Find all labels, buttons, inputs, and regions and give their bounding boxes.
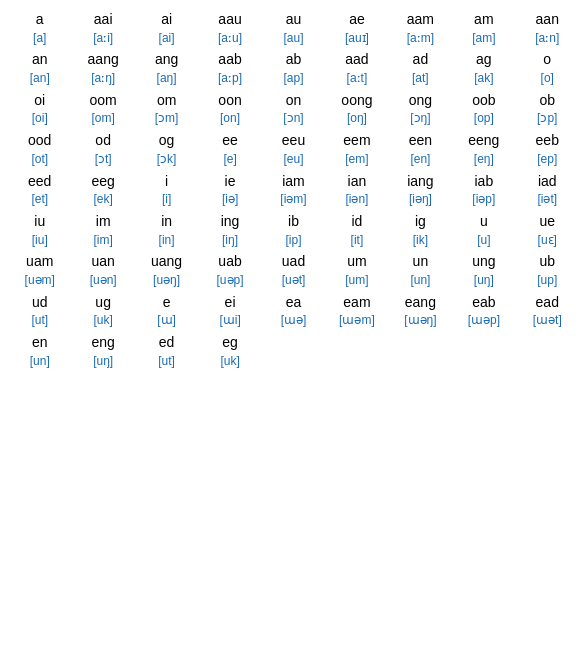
syllable-ipa: [aːm] <box>407 30 434 47</box>
syllable-roman: og <box>159 131 175 151</box>
syllable-roman: im <box>96 212 111 232</box>
syllable-roman: aad <box>345 50 368 70</box>
phonetic-cell: eng[uŋ] <box>71 331 134 371</box>
syllable-ipa: [eu] <box>283 151 303 168</box>
phonetic-cell: ed[ut] <box>135 331 198 371</box>
syllable-roman: ae <box>349 10 365 30</box>
syllable-ipa: [iə] <box>222 191 238 208</box>
syllable-roman: eeu <box>282 131 305 151</box>
phonetic-cell: aam[aːm] <box>389 8 452 48</box>
syllable-roman: ung <box>472 252 495 272</box>
phonetic-cell: uad[uət] <box>262 250 325 290</box>
syllable-ipa: [ɯəp] <box>468 312 500 329</box>
syllable-ipa: [eŋ] <box>474 151 494 168</box>
syllable-roman: ud <box>32 293 48 313</box>
syllable-ipa: [ɯəm] <box>339 312 375 329</box>
syllable-roman: aan <box>536 10 559 30</box>
phonetic-cell: ob[ɔp] <box>516 89 579 129</box>
phonetic-cell: ee[e] <box>198 129 261 169</box>
syllable-ipa: [ɯə] <box>281 312 307 329</box>
syllable-roman: ob <box>539 91 555 111</box>
syllable-ipa: [a] <box>33 30 46 47</box>
phonetic-cell: ung[uŋ] <box>452 250 515 290</box>
phonetic-cell: eang[ɯəŋ] <box>389 291 452 331</box>
syllable-ipa: [uŋ] <box>93 353 113 370</box>
phonetic-cell: od[ɔt] <box>71 129 134 169</box>
syllable-ipa: [i] <box>162 191 171 208</box>
phonetic-cell: uang[uəŋ] <box>135 250 198 290</box>
phonetic-cell: oon[on] <box>198 89 261 129</box>
syllable-ipa: [et] <box>31 191 48 208</box>
phonetic-cell: iu[iu] <box>8 210 71 250</box>
phonetic-cell: ae[auɪ] <box>325 8 388 48</box>
syllable-roman: eem <box>343 131 370 151</box>
syllable-ipa: [au] <box>283 30 303 47</box>
syllable-ipa: [ap] <box>283 70 303 87</box>
syllable-roman: iad <box>538 172 557 192</box>
phonetic-cell <box>262 331 325 371</box>
syllable-roman: eang <box>405 293 436 313</box>
phonetic-cell: ing[iŋ] <box>198 210 261 250</box>
phonetic-cell: um[um] <box>325 250 388 290</box>
phonetic-cell: iad[iət] <box>516 170 579 210</box>
syllable-ipa: [iət] <box>537 191 557 208</box>
syllable-ipa: [ek] <box>93 191 112 208</box>
syllable-roman: um <box>347 252 366 272</box>
syllable-roman: ee <box>222 131 238 151</box>
phonetic-cell: au[au] <box>262 8 325 48</box>
phonetic-cell: ei[ɯi] <box>198 291 261 331</box>
phonetic-cell: ian[iən] <box>325 170 388 210</box>
phonetic-cell: ig[ik] <box>389 210 452 250</box>
phonetic-cell: an[an] <box>8 48 71 88</box>
phonetic-cell: eeg[ek] <box>71 170 134 210</box>
syllable-roman: ea <box>286 293 302 313</box>
syllable-roman: ig <box>415 212 426 232</box>
syllable-ipa: [iəm] <box>280 191 306 208</box>
syllable-roman: ed <box>159 333 175 353</box>
syllable-roman: ue <box>539 212 555 232</box>
syllable-ipa: [op] <box>474 110 494 127</box>
syllable-roman: au <box>286 10 302 30</box>
phonetic-cell: in[in] <box>135 210 198 250</box>
syllable-ipa: [ep] <box>537 151 557 168</box>
syllable-roman: eab <box>472 293 495 313</box>
phonetic-cell: uam[uəm] <box>8 250 71 290</box>
phonetic-cell: a[a] <box>8 8 71 48</box>
syllable-ipa: [en] <box>410 151 430 168</box>
phonetic-cell: ie[iə] <box>198 170 261 210</box>
phonetic-cell: ub[up] <box>516 250 579 290</box>
syllable-roman: ong <box>409 91 432 111</box>
syllable-ipa: [uəm] <box>25 272 55 289</box>
phonetic-cell: oom[om] <box>71 89 134 129</box>
syllable-ipa: [uən] <box>90 272 117 289</box>
syllable-ipa: [ɔp] <box>537 110 557 127</box>
phonetic-cell: eed[et] <box>8 170 71 210</box>
phonetic-cell: ab[ap] <box>262 48 325 88</box>
phonetic-cell: aan[aːn] <box>516 8 579 48</box>
syllable-roman: ian <box>348 172 367 192</box>
syllable-ipa: [oi] <box>32 110 48 127</box>
syllable-roman: ub <box>539 252 555 272</box>
syllable-roman: on <box>286 91 302 111</box>
syllable-ipa: [on] <box>220 110 240 127</box>
syllable-ipa: [aːt] <box>347 70 368 87</box>
phonetic-cell: ib[ip] <box>262 210 325 250</box>
syllable-ipa: [up] <box>537 272 557 289</box>
syllable-roman: eeng <box>468 131 499 151</box>
syllable-roman: ing <box>221 212 240 232</box>
syllable-ipa: [ɔt] <box>95 151 112 168</box>
syllable-roman: ai <box>161 10 172 30</box>
phonetic-cell: ead[ɯət] <box>516 291 579 331</box>
syllable-ipa: [um] <box>345 272 368 289</box>
syllable-ipa: [ak] <box>474 70 493 87</box>
syllable-ipa: [o] <box>541 70 554 87</box>
syllable-ipa: [aːp] <box>218 70 242 87</box>
phonetic-cell: aau[aːu] <box>198 8 261 48</box>
syllable-ipa: [em] <box>345 151 368 168</box>
phonetic-cell: u[u] <box>452 210 515 250</box>
syllable-roman: aab <box>218 50 241 70</box>
syllable-ipa: [ut] <box>158 353 175 370</box>
syllable-roman: iang <box>407 172 433 192</box>
syllable-roman: ib <box>288 212 299 232</box>
phonetic-cell: oob[op] <box>452 89 515 129</box>
